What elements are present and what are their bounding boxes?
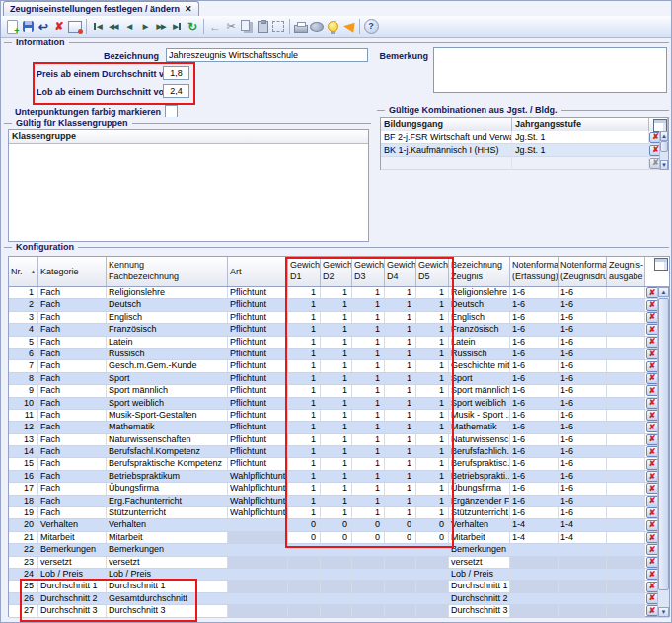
cell-d5[interactable]: 1 bbox=[416, 287, 449, 298]
cell-kennung[interactable]: Betriebspraktikum bbox=[107, 471, 228, 482]
cell-d4[interactable]: 1 bbox=[385, 398, 416, 409]
cell-d4[interactable]: 1 bbox=[385, 422, 416, 432]
cell-nf-erfassung[interactable]: 1-6 bbox=[510, 385, 559, 396]
cell-bezeichnung[interactable]: Russisch bbox=[449, 349, 510, 359]
cell-nf-druck[interactable]: 1-4 bbox=[559, 519, 607, 530]
unterpunktungen-checkbox[interactable] bbox=[165, 105, 178, 117]
cell-d2[interactable] bbox=[321, 544, 352, 555]
cell-d3[interactable]: 1 bbox=[352, 434, 385, 445]
cell-d1[interactable]: 0 bbox=[288, 519, 321, 530]
cell-kategorie[interactable]: Fach bbox=[38, 312, 107, 323]
cell-nf-erfassung[interactable]: 1-6 bbox=[510, 299, 559, 310]
lob-input[interactable] bbox=[163, 84, 189, 98]
cell-d5[interactable]: 1 bbox=[416, 458, 449, 469]
cell-kategorie[interactable]: Fach bbox=[38, 398, 107, 409]
cell-d2[interactable]: 1 bbox=[321, 422, 352, 432]
cell-d1[interactable]: 1 bbox=[288, 337, 321, 348]
cell-d4[interactable]: 1 bbox=[385, 446, 416, 457]
cell-bezeichnung[interactable]: versetzt bbox=[449, 557, 510, 568]
cell-nf-erfassung[interactable]: 1-6 bbox=[510, 483, 559, 494]
cell-d5[interactable]: 0 bbox=[416, 532, 449, 543]
cell-nf-erfassung[interactable]: 1-6 bbox=[510, 337, 559, 348]
cell-ausgabe[interactable] bbox=[607, 337, 645, 348]
cell-d2[interactable] bbox=[321, 569, 352, 580]
cell-kategorie[interactable]: Fach bbox=[38, 483, 107, 494]
cell-nr[interactable]: 16 bbox=[9, 471, 38, 482]
cell-nf-erfassung[interactable]: 1-6 bbox=[510, 312, 559, 323]
cell-d4[interactable] bbox=[385, 581, 416, 591]
cell-art[interactable]: Pflichtunt bbox=[228, 324, 288, 335]
cell-nf-erfassung[interactable] bbox=[510, 569, 559, 580]
cell-art[interactable] bbox=[228, 532, 288, 543]
cell-kennung[interactable]: Verhalten bbox=[107, 519, 228, 530]
cell-ausgabe[interactable] bbox=[607, 605, 645, 616]
cell-ausgabe[interactable] bbox=[607, 385, 645, 396]
nav-last-icon[interactable]: ▶ bbox=[170, 19, 185, 35]
cell-nr[interactable]: 19 bbox=[9, 507, 38, 518]
cell-nf-erfassung[interactable]: 1-6 bbox=[510, 410, 559, 421]
cell-nf-druck[interactable]: 1-6 bbox=[559, 349, 607, 359]
cell-kategorie[interactable]: Mitarbeit bbox=[38, 532, 107, 543]
cell-bezeichnung[interactable]: Sport männlich bbox=[449, 385, 510, 396]
cell-kennung[interactable]: Sport männlich bbox=[107, 385, 228, 396]
cell-art[interactable]: Pflichtunt bbox=[228, 360, 288, 371]
cell-d4[interactable]: 1 bbox=[385, 324, 416, 335]
cell-ausgabe[interactable] bbox=[607, 324, 645, 335]
print-preview-icon[interactable] bbox=[310, 19, 325, 35]
cell-d5[interactable]: 1 bbox=[416, 496, 449, 506]
cell-d2[interactable]: 1 bbox=[321, 483, 352, 494]
cell-d5[interactable]: 1 bbox=[416, 360, 449, 371]
nav-prev-fast-icon[interactable]: ◀◀ bbox=[107, 19, 121, 35]
cell-d1[interactable]: 1 bbox=[288, 458, 321, 469]
cell-kennung[interactable]: Durchschnitt 3 bbox=[107, 605, 228, 616]
cell-nf-erfassung[interactable]: 1-4 bbox=[510, 532, 559, 543]
cell-nr[interactable]: 13 bbox=[9, 434, 38, 445]
cell-kennung[interactable]: Stützunterricht bbox=[107, 507, 228, 518]
cell-kennung[interactable]: Mathematik bbox=[107, 422, 228, 432]
cell-bezeichnung[interactable]: Sport bbox=[449, 373, 510, 384]
cell-bildungsgang[interactable]: BF 2-j.FSR Wirtschaft und Verwaltu... bbox=[381, 131, 512, 144]
cell-d5[interactable]: 1 bbox=[416, 507, 449, 518]
cell-d5[interactable] bbox=[416, 593, 449, 604]
cell-bezeichnung[interactable]: Ergänzender F... bbox=[449, 496, 510, 506]
cell-bezeichnung[interactable]: Naturwissensc... bbox=[449, 434, 510, 445]
cell-d5[interactable] bbox=[416, 557, 449, 568]
cell-d1[interactable] bbox=[288, 593, 321, 604]
cell-d2[interactable]: 0 bbox=[321, 519, 352, 530]
undo-icon[interactable]: ↩ bbox=[37, 19, 51, 35]
cell-d1[interactable]: 1 bbox=[288, 422, 321, 432]
cell-d4[interactable]: 1 bbox=[385, 496, 416, 506]
cell-d2[interactable]: 1 bbox=[321, 496, 352, 506]
cell-d1[interactable]: 1 bbox=[288, 324, 321, 335]
header-d1[interactable]: GewichtD1 bbox=[288, 257, 321, 286]
cell-kategorie[interactable]: Fach bbox=[38, 507, 107, 518]
cell-kategorie[interactable]: Fach bbox=[38, 360, 107, 371]
cell-d3[interactable]: 1 bbox=[352, 507, 385, 518]
cell-nf-druck[interactable]: 1-6 bbox=[559, 287, 607, 298]
cell-nf-druck[interactable] bbox=[559, 569, 607, 580]
cell-ausgabe[interactable] bbox=[607, 312, 645, 323]
cell-nr[interactable]: 23 bbox=[9, 557, 38, 568]
cell-d3[interactable]: 1 bbox=[352, 312, 385, 323]
cell-d4[interactable]: 1 bbox=[385, 337, 416, 348]
cell-d4[interactable]: 1 bbox=[385, 299, 416, 310]
cell-nr[interactable]: 24 bbox=[9, 569, 38, 580]
cell-kennung[interactable]: Latein bbox=[107, 337, 228, 348]
cell-kennung[interactable]: versetzt bbox=[107, 557, 228, 568]
cell-d1[interactable]: 1 bbox=[288, 312, 321, 323]
klassengruppen-empty-body[interactable] bbox=[9, 144, 368, 242]
cell-d5[interactable]: 1 bbox=[416, 324, 449, 335]
cell-bezeichnung[interactable]: Religionslehre bbox=[449, 287, 510, 298]
cell-kennung[interactable]: Naturwissenschaften bbox=[107, 434, 228, 445]
cell-ausgabe[interactable] bbox=[607, 569, 645, 580]
cell-nr[interactable]: 26 bbox=[9, 593, 38, 604]
cell-nf-druck[interactable]: 1-6 bbox=[559, 324, 607, 335]
header-ausgabe[interactable]: Zeugnis-ausgabe bbox=[607, 257, 645, 286]
cell-bezeichnung[interactable]: Geschichte mit... bbox=[449, 360, 510, 371]
cell-bezeichnung[interactable]: Mathematik bbox=[449, 422, 510, 432]
cell-d5[interactable]: 1 bbox=[416, 299, 449, 310]
cell-d3[interactable]: 1 bbox=[352, 483, 385, 494]
cell-kategorie[interactable]: Fach bbox=[38, 471, 107, 482]
cell-kennung[interactable]: Berufsfachl.Kompetenz bbox=[107, 446, 228, 457]
cell-d2[interactable] bbox=[321, 581, 352, 591]
